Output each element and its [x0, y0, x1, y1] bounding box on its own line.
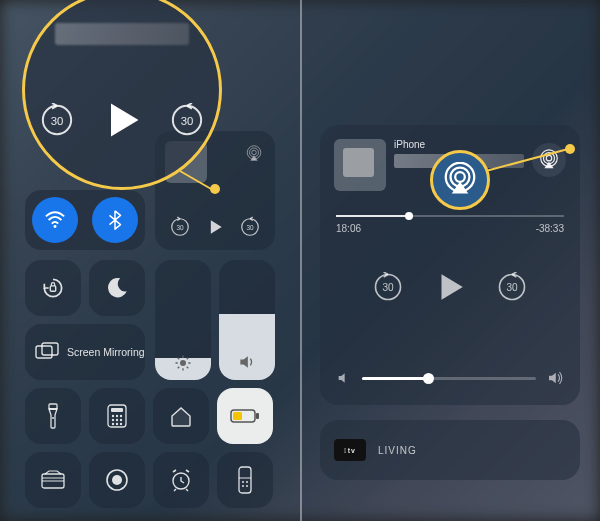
screen-record-button[interactable]: [89, 452, 145, 508]
elapsed-time: 18:06: [336, 223, 361, 234]
airplay-callout: [430, 150, 490, 210]
svg-rect-35: [233, 412, 242, 420]
living-label: LIVING: [378, 445, 417, 456]
battery-icon: [230, 408, 260, 424]
play-large-icon: [100, 98, 144, 142]
alarm-clock-icon: [168, 467, 194, 493]
media-artwork: [334, 139, 386, 191]
flashlight-icon: [42, 402, 64, 430]
svg-point-21: [52, 417, 54, 419]
svg-text:30: 30: [382, 282, 394, 293]
play-icon: [205, 217, 225, 237]
svg-point-31: [116, 423, 118, 425]
skip-forward-30-button[interactable]: 30: [239, 216, 261, 238]
svg-point-0: [54, 225, 57, 228]
svg-text:30: 30: [51, 115, 64, 127]
svg-point-44: [242, 485, 244, 487]
svg-rect-23: [111, 408, 123, 412]
svg-point-25: [116, 415, 118, 417]
airplay-icon[interactable]: [245, 145, 263, 163]
wifi-icon: [44, 209, 66, 231]
svg-rect-8: [50, 286, 55, 291]
device-label: iPhone: [394, 139, 425, 150]
airplay-button[interactable]: [532, 143, 566, 177]
volume-icon: [219, 352, 275, 372]
svg-text:30: 30: [506, 282, 518, 293]
play-icon: [433, 270, 467, 304]
svg-text:30: 30: [176, 224, 184, 231]
control-center-left: 30 30 Screen Mirroring: [0, 0, 300, 521]
progress-scrubber[interactable]: 18:06 -38:33: [336, 215, 564, 234]
svg-point-32: [120, 423, 122, 425]
skip-back-icon: 30: [373, 272, 403, 302]
svg-point-45: [246, 485, 248, 487]
svg-text:30: 30: [246, 224, 254, 231]
rotation-lock-button[interactable]: [25, 260, 81, 316]
volume-low-icon: [336, 370, 352, 386]
svg-rect-40: [239, 467, 251, 493]
screen-mirroring-icon: [35, 342, 59, 362]
connectivity-tile: [25, 190, 145, 250]
skip-forward-30-button[interactable]: 30: [497, 272, 527, 302]
wallet-button[interactable]: [25, 452, 81, 508]
brightness-slider[interactable]: [155, 260, 211, 380]
svg-rect-34: [256, 413, 259, 419]
remaining-time: -38:33: [536, 223, 564, 234]
skip-forward-icon: 30: [497, 272, 527, 302]
wifi-toggle[interactable]: [32, 197, 78, 243]
low-power-mode-button[interactable]: [217, 388, 273, 444]
wallet-icon: [40, 470, 66, 490]
skip-back-30-button[interactable]: 30: [373, 272, 403, 302]
skip-forward-icon: 30: [239, 216, 261, 238]
calculator-button[interactable]: [89, 388, 145, 444]
record-icon: [104, 467, 130, 493]
volume-slider[interactable]: [219, 260, 275, 380]
living-device-card[interactable]: tv LIVING: [320, 420, 580, 480]
svg-rect-20: [49, 404, 57, 409]
apple-tv-icon: tv: [334, 439, 366, 461]
skip-forward-30-large: 30: [170, 103, 204, 137]
skip-back-30-large: 30: [40, 103, 74, 137]
volume-high-icon: [546, 369, 564, 387]
brightness-icon: [155, 354, 211, 372]
apple-tv-remote-button[interactable]: [217, 452, 273, 508]
play-button[interactable]: [433, 270, 467, 304]
home-icon: [168, 403, 194, 429]
svg-point-29: [120, 419, 122, 421]
svg-rect-9: [36, 346, 52, 358]
alarm-button[interactable]: [153, 452, 209, 508]
svg-point-59: [455, 172, 465, 182]
svg-point-52: [546, 155, 552, 161]
svg-point-27: [112, 419, 114, 421]
volume-scrubber[interactable]: [362, 377, 536, 380]
do-not-disturb-button[interactable]: [89, 260, 145, 316]
skip-back-30-button[interactable]: 30: [169, 216, 191, 238]
play-button[interactable]: [205, 217, 225, 237]
skip-back-icon: 30: [169, 216, 191, 238]
svg-line-16: [178, 358, 180, 360]
svg-point-43: [246, 481, 248, 483]
svg-point-3: [252, 150, 257, 155]
svg-point-24: [112, 415, 114, 417]
svg-point-42: [242, 481, 244, 483]
screen-mirroring-button[interactable]: Screen Mirroring: [25, 324, 145, 380]
svg-point-28: [116, 419, 118, 421]
svg-text:30: 30: [181, 115, 194, 127]
svg-rect-10: [42, 343, 58, 355]
bluetooth-icon: [104, 209, 126, 231]
calculator-icon: [106, 403, 128, 429]
svg-point-26: [120, 415, 122, 417]
screen-mirroring-label: Screen Mirroring: [67, 346, 145, 358]
svg-line-17: [187, 367, 189, 369]
svg-line-19: [187, 358, 189, 360]
airplay-icon-large: [442, 162, 478, 198]
remote-icon: [237, 466, 253, 494]
rotation-lock-icon: [40, 275, 66, 301]
svg-line-18: [178, 367, 180, 369]
bluetooth-toggle[interactable]: [92, 197, 138, 243]
moon-icon: [104, 275, 130, 301]
home-button[interactable]: [153, 388, 209, 444]
svg-point-38: [112, 475, 122, 485]
flashlight-button[interactable]: [25, 388, 81, 444]
control-center-right: iPhone 18:06 -38:33 30: [300, 0, 600, 521]
